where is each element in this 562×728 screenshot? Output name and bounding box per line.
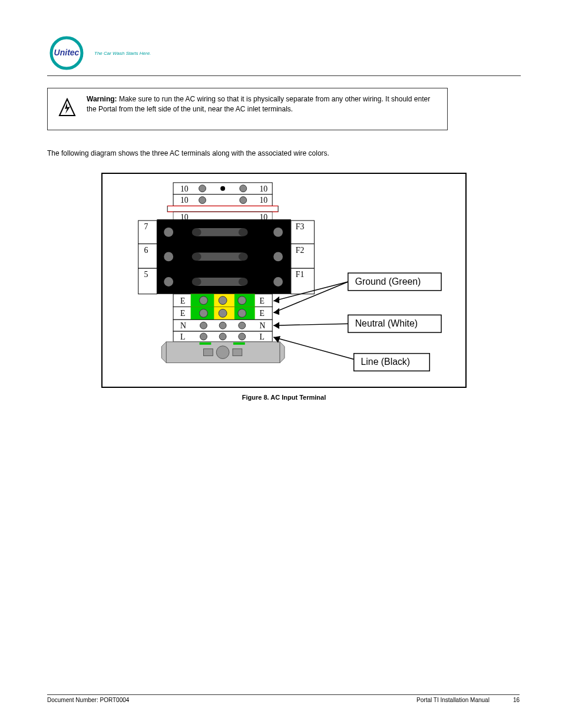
- warning-body: Make sure to run the AC wiring so that i…: [87, 95, 430, 113]
- svg-point-34: [192, 253, 201, 261]
- svg-point-44: [239, 278, 248, 286]
- footer-doc-label: Document Number: [47, 697, 97, 703]
- svg-point-81: [216, 346, 229, 359]
- svg-point-45: [273, 277, 283, 286]
- svg-point-76: [239, 333, 246, 340]
- svg-text:10: 10: [180, 196, 189, 205]
- svg-point-43: [192, 278, 201, 286]
- svg-text:6: 6: [144, 246, 148, 255]
- svg-rect-82: [204, 349, 213, 356]
- svg-text:F2: F2: [296, 246, 305, 255]
- header-rule: [47, 75, 521, 76]
- figure-container: 10 10 10 10 10: [47, 173, 521, 401]
- svg-marker-79: [161, 342, 166, 363]
- svg-text:E: E: [180, 309, 185, 318]
- svg-text:10: 10: [180, 185, 189, 193]
- svg-marker-88: [273, 297, 279, 304]
- svg-text:F1: F1: [296, 270, 305, 279]
- svg-point-25: [192, 228, 201, 236]
- svg-point-7: [240, 185, 247, 192]
- svg-rect-14: [167, 206, 278, 212]
- tagline: The Car Wash Starts Here.: [94, 51, 151, 56]
- svg-point-11: [199, 197, 206, 204]
- svg-point-75: [219, 333, 226, 340]
- svg-point-26: [239, 228, 248, 236]
- page-header: Unitec The Car Wash Starts Here.: [47, 35, 521, 71]
- footer-page-number: 16: [513, 697, 520, 703]
- intro-paragraph: The following diagram shows the three AC…: [47, 148, 521, 159]
- svg-text:L: L: [180, 332, 185, 341]
- enl-terminals: E E E E N: [173, 294, 272, 342]
- svg-point-63: [219, 309, 227, 317]
- svg-point-74: [200, 333, 207, 340]
- svg-rect-84: [200, 342, 211, 345]
- svg-text:7: 7: [144, 222, 148, 231]
- callout-line: Line (Black): [361, 357, 411, 367]
- svg-point-69: [219, 322, 226, 329]
- svg-rect-83: [233, 349, 242, 356]
- svg-point-23: [164, 228, 173, 237]
- footer-doc-code: PORT0004: [100, 697, 129, 703]
- page-root: Unitec The Car Wash Starts Here. Warning…: [0, 0, 562, 424]
- warning-text: Warning: Make sure to run the AC wiring …: [87, 94, 437, 115]
- svg-point-5: [199, 185, 206, 192]
- svg-text:E: E: [259, 309, 264, 318]
- svg-line-92: [273, 324, 348, 325]
- svg-text:10: 10: [259, 185, 267, 193]
- shock-warning-icon: [58, 98, 76, 120]
- warning-heading: Warning:: [87, 95, 117, 103]
- svg-point-32: [164, 252, 173, 262]
- svg-point-12: [240, 197, 247, 204]
- svg-text:10: 10: [259, 196, 267, 205]
- svg-rect-85: [233, 342, 245, 345]
- svg-rect-42: [194, 278, 246, 286]
- svg-rect-33: [194, 253, 246, 261]
- svg-marker-80: [280, 342, 285, 363]
- svg-marker-93: [273, 322, 279, 329]
- logo: Unitec: [47, 35, 88, 71]
- svg-text:L: L: [259, 332, 264, 341]
- page-footer: Document Number: PORT0004 Portal TI Inst…: [47, 690, 520, 703]
- top-terminal-rows: 10 10 10 10 10: [167, 183, 278, 222]
- callout-neutral: Neutral (White): [355, 318, 418, 328]
- din-rail-clip: [161, 342, 285, 363]
- callout-ground: Ground (Green): [355, 276, 421, 286]
- figure-caption: Figure 8. AC Input Terminal: [47, 394, 521, 401]
- svg-point-27: [273, 228, 283, 237]
- svg-rect-24: [194, 228, 246, 236]
- svg-text:N: N: [180, 321, 186, 330]
- footer-title: Portal TI Installation Manual: [129, 697, 490, 703]
- svg-text:F3: F3: [296, 222, 305, 231]
- svg-point-55: [238, 297, 246, 305]
- svg-line-95: [273, 337, 353, 360]
- ac-terminal-figure: 10 10 10 10 10: [101, 173, 467, 388]
- svg-point-53: [200, 297, 208, 305]
- svg-point-35: [239, 253, 248, 261]
- svg-point-64: [238, 309, 246, 317]
- svg-point-54: [219, 297, 227, 305]
- svg-point-41: [164, 277, 173, 286]
- svg-marker-90: [273, 308, 279, 315]
- warning-box: Warning: Make sure to run the AC wiring …: [47, 88, 448, 130]
- svg-text:E: E: [180, 297, 185, 305]
- fuse-block: 7 F3 6 F2: [138, 219, 315, 294]
- svg-point-62: [200, 309, 208, 317]
- svg-text:5: 5: [144, 270, 148, 279]
- svg-point-70: [239, 322, 246, 329]
- svg-point-68: [200, 322, 207, 329]
- logo-text: Unitec: [54, 48, 80, 57]
- svg-point-6: [220, 186, 225, 191]
- svg-text:E: E: [259, 297, 264, 305]
- svg-point-36: [273, 252, 283, 262]
- svg-text:N: N: [259, 321, 265, 330]
